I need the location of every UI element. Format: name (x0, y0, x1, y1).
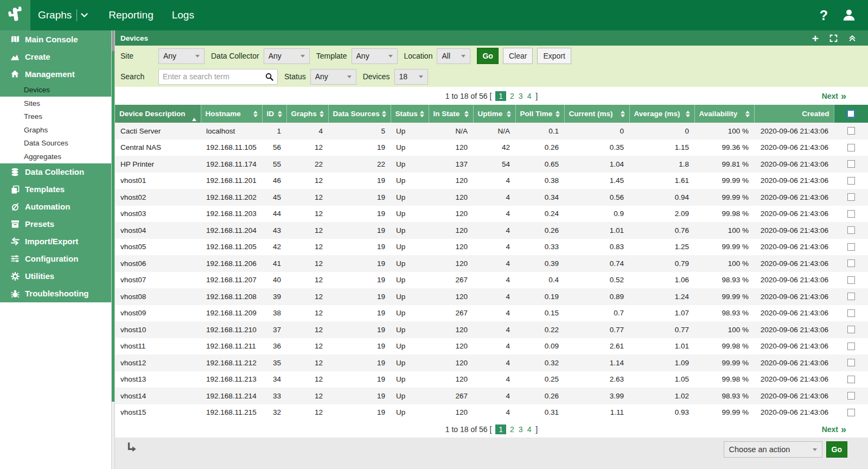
cell-graphs[interactable]: 4 (286, 123, 328, 140)
tab-logs[interactable]: Logs (170, 9, 196, 21)
column-header-created[interactable]: Created (754, 105, 834, 123)
cell-data_sources[interactable]: 19 (328, 305, 391, 322)
cell-graphs[interactable]: 12 (286, 255, 328, 272)
cell-description[interactable]: vhost11 (115, 338, 201, 355)
sidebar-item-utilities[interactable]: Utilities (0, 268, 111, 285)
row-checkbox[interactable] (847, 193, 855, 201)
clear-button[interactable]: Clear (503, 48, 533, 64)
cell-data_sources[interactable]: 19 (328, 189, 391, 206)
cell-description[interactable]: vhost08 (115, 288, 201, 305)
row-checkbox[interactable] (847, 276, 855, 284)
site-select[interactable]: Any (158, 48, 205, 64)
cell-graphs[interactable]: 12 (286, 222, 328, 239)
cell-graphs[interactable]: 12 (286, 321, 328, 338)
cell-graphs[interactable]: 12 (286, 288, 328, 305)
column-header-hostname[interactable]: Hostname (201, 105, 262, 123)
search-input[interactable] (163, 72, 265, 81)
sidebar-item-import-export[interactable]: Import/Export (0, 233, 111, 250)
tab-graphs[interactable]: Graphs (36, 9, 92, 21)
cell-description[interactable]: vhost01 (115, 173, 201, 189)
devices-per-page-select[interactable]: 18 (394, 69, 428, 85)
column-header-poll-time[interactable]: Poll Time (515, 105, 564, 123)
sidebar-item-main-console[interactable]: Main Console (0, 30, 111, 48)
row-checkbox[interactable] (847, 259, 855, 267)
cell-description[interactable]: vhost14 (115, 388, 201, 404)
cell-graphs[interactable]: 12 (286, 388, 328, 404)
cell-graphs[interactable]: 12 (286, 404, 328, 421)
cell-description[interactable]: vhost09 (115, 305, 201, 322)
sidebar-item-configuration[interactable]: Configuration (0, 250, 111, 268)
cell-graphs[interactable]: 22 (286, 156, 328, 173)
cell-data_sources[interactable]: 19 (328, 354, 391, 371)
row-checkbox[interactable] (847, 210, 855, 218)
sidebar-item-data-sources[interactable]: Data Sources (0, 137, 111, 150)
cell-data_sources[interactable]: 19 (328, 206, 391, 223)
cell-data_sources[interactable]: 19 (328, 338, 391, 355)
cell-graphs[interactable]: 12 (286, 272, 328, 289)
column-header-in-state[interactable]: In State (429, 105, 473, 123)
cell-data_sources[interactable]: 19 (328, 371, 391, 388)
column-header-uptime[interactable]: Uptime (473, 105, 515, 123)
sidebar-item-sites[interactable]: Sites (0, 97, 111, 110)
page-link-4[interactable]: 4 (527, 425, 532, 434)
select-all-checkbox[interactable] (847, 110, 855, 118)
next-page-link[interactable]: Next » (822, 424, 846, 434)
scrollbar-thumb[interactable] (112, 51, 114, 402)
action-go-button[interactable]: Go (826, 441, 847, 458)
row-checkbox[interactable] (847, 359, 855, 366)
collapse-icon[interactable] (848, 34, 856, 42)
cell-graphs[interactable]: 12 (286, 189, 328, 206)
cell-graphs[interactable]: 12 (286, 140, 328, 156)
row-checkbox[interactable] (847, 376, 855, 383)
row-checkbox[interactable] (847, 144, 855, 151)
chevron-down-icon[interactable] (81, 13, 88, 18)
cell-description[interactable]: vhost07 (115, 272, 201, 289)
search-icon[interactable] (265, 73, 273, 81)
sidebar-item-graphs[interactable]: Graphs (0, 123, 111, 137)
sidebar-item-troubleshooting[interactable]: Troubleshooting (0, 285, 111, 302)
column-header-average-ms[interactable]: Average (ms) (629, 105, 694, 123)
status-select[interactable]: Any (310, 69, 356, 85)
sidebar-item-trees[interactable]: Trees (0, 110, 111, 124)
cell-data_sources[interactable]: 19 (328, 388, 391, 404)
row-checkbox[interactable] (847, 392, 855, 400)
cell-description[interactable]: vhost04 (115, 222, 201, 239)
cell-graphs[interactable]: 12 (286, 206, 328, 223)
sidebar-item-create[interactable]: Create (0, 48, 111, 65)
cell-graphs[interactable]: 12 (286, 354, 328, 371)
page-link-4[interactable]: 4 (527, 92, 532, 100)
row-checkbox[interactable] (847, 409, 855, 416)
user-icon[interactable] (842, 8, 856, 22)
cacti-logo[interactable] (0, 0, 30, 30)
content-scrollbar[interactable] (111, 30, 115, 469)
sidebar-item-automation[interactable]: Automation (0, 198, 111, 216)
add-device-icon[interactable]: + (812, 33, 819, 44)
cell-data_sources[interactable]: 19 (328, 272, 391, 289)
cell-data_sources[interactable]: 19 (328, 222, 391, 239)
go-button[interactable]: Go (477, 48, 498, 64)
cell-description[interactable]: vhost15 (115, 404, 201, 421)
cell-data_sources[interactable]: 19 (328, 255, 391, 272)
cell-description[interactable]: vhost02 (115, 189, 201, 206)
column-header-device-description[interactable]: Device Description (115, 105, 201, 123)
page-link-2[interactable]: 2 (510, 92, 514, 100)
cell-graphs[interactable]: 12 (286, 305, 328, 322)
next-page-link[interactable]: Next » (822, 91, 846, 101)
export-button[interactable]: Export (537, 48, 571, 64)
sidebar-item-templates[interactable]: Templates (0, 181, 111, 198)
cell-data_sources[interactable]: 19 (328, 239, 391, 256)
cell-graphs[interactable]: 12 (286, 371, 328, 388)
column-header-current-ms[interactable]: Current (ms) (564, 105, 629, 123)
column-header-id[interactable]: ID (262, 105, 286, 123)
cell-data_sources[interactable]: 5 (328, 123, 391, 140)
page-link-3[interactable]: 3 (519, 425, 523, 434)
row-checkbox[interactable] (847, 343, 855, 350)
cell-description[interactable]: vhost06 (115, 255, 201, 272)
cell-graphs[interactable]: 12 (286, 173, 328, 189)
cell-data_sources[interactable]: 19 (328, 404, 391, 421)
fullscreen-icon[interactable] (829, 34, 838, 42)
row-checkbox[interactable] (847, 226, 855, 234)
row-checkbox[interactable] (847, 293, 855, 300)
cell-graphs[interactable]: 12 (286, 338, 328, 355)
cell-description[interactable]: Cacti Server (115, 123, 201, 140)
